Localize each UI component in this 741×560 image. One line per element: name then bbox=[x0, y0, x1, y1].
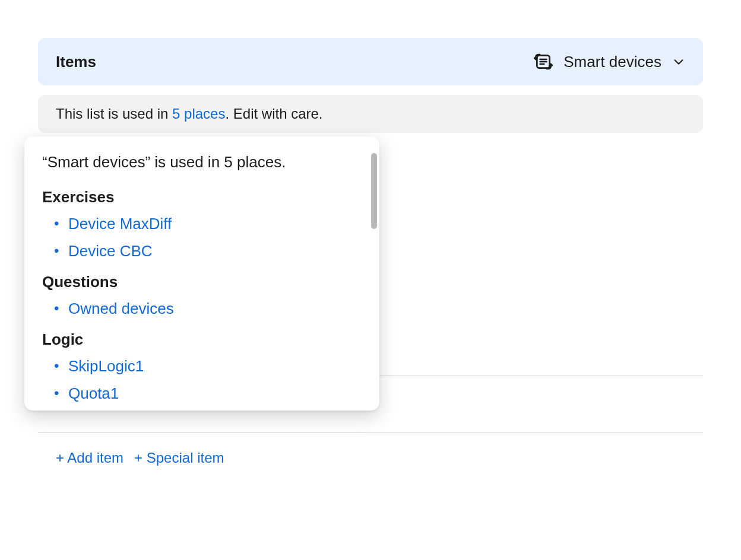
header-title: Items bbox=[56, 53, 96, 71]
notice-prefix: This list is used in bbox=[56, 106, 172, 122]
add-actions: + Add item + Special item bbox=[38, 433, 703, 466]
popover-link[interactable]: SkipLogic1 bbox=[54, 352, 362, 380]
popover-link[interactable]: Device CBC bbox=[54, 237, 362, 265]
add-special-item-button[interactable]: + Special item bbox=[134, 450, 224, 466]
popover-title: “Smart devices” is used in 5 places. bbox=[42, 153, 362, 171]
popover-section-heading: Exercises bbox=[42, 188, 362, 206]
popover-section-list: SkipLogic1 Quota1 bbox=[42, 352, 362, 407]
usage-popover: “Smart devices” is used in 5 places. Exe… bbox=[24, 136, 379, 411]
popover-section-list: Owned devices bbox=[42, 295, 362, 322]
scrollbar-thumb[interactable] bbox=[371, 153, 377, 229]
popover-link[interactable]: Owned devices bbox=[54, 295, 362, 322]
notice-suffix: . Edit with care. bbox=[225, 106, 322, 122]
list-name: Smart devices bbox=[563, 53, 661, 71]
items-header: Items Smart devices bbox=[38, 38, 703, 85]
popover-link[interactable]: Device MaxDiff bbox=[54, 210, 362, 237]
usage-notice: This list is used in 5 places. Edit with… bbox=[38, 95, 703, 133]
list-selector[interactable]: Smart devices bbox=[534, 52, 685, 71]
popover-link[interactable]: Quota1 bbox=[54, 380, 362, 407]
panel: Items Smart devices bbox=[0, 0, 741, 560]
popover-section-heading: Questions bbox=[42, 273, 362, 291]
add-item-button[interactable]: + Add item bbox=[56, 450, 124, 466]
popover-section-heading: Logic bbox=[42, 330, 362, 349]
popover-section-list: Device MaxDiff Device CBC bbox=[42, 210, 362, 265]
usage-places-link[interactable]: 5 places bbox=[172, 106, 225, 122]
list-icon bbox=[534, 52, 553, 71]
chevron-down-icon bbox=[672, 55, 685, 68]
